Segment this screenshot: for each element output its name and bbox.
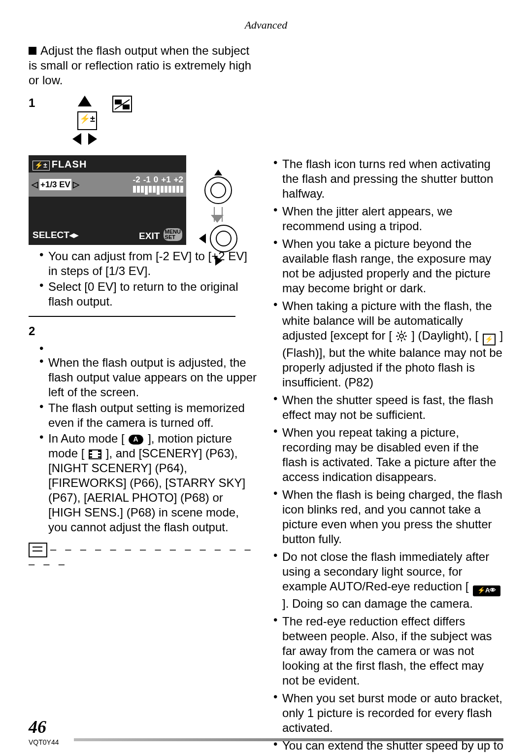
list-item: Do not close the flash immediately after… [273,550,503,611]
page-header: Advanced [29,19,503,32]
list-item: In Auto mode [ ], motion picture mode [ … [39,431,259,535]
dashed-divider: – – – – – – – – – – – – – – – – – [29,543,259,571]
list-item: Select [0 EV] to return to the original … [39,279,259,309]
lcd-exit-label: EXIT [139,231,160,241]
svg-rect-0 [115,100,122,104]
intro-paragraph: Adjust the flash output when the subject… [29,43,259,88]
svg-line-10 [398,339,399,340]
svg-point-3 [399,334,403,338]
list-item: When taking a picture with the flash, th… [273,299,503,390]
page-number: 46 [29,717,46,737]
step-number-2: 2 [29,324,39,339]
flash-wb-icon: ⚡ [483,334,496,345]
list-item [39,343,259,354]
scale-label: -2 [133,174,140,185]
list-item: When you repeat taking a picture, record… [273,425,503,484]
list-item: When you take a picture beyond the avail… [273,237,503,296]
down-arrow-icon [214,207,223,222]
step-number-1: 1 [29,96,39,110]
list-item: When you set burst mode or auto bracket,… [273,691,503,735]
lcd-title: FLASH [52,159,87,170]
daylight-icon [396,330,407,341]
section-square-icon [29,47,36,55]
svg-line-11 [404,332,405,334]
lcd-screen: ⚡±FLASH ◁ +1/3 EV ▷ -2 -1 0 +1 +2 [29,155,186,245]
scale-label: +2 [174,174,183,185]
auto-mode-icon [129,435,143,445]
list-item: When the flash is being charged, the fla… [273,487,503,547]
lcd-ev-value: +1/3 EV [39,179,71,190]
flash-plus-minus-icon: ⚡± [33,161,50,171]
scale-label: -1 [143,174,151,185]
svg-line-9 [404,339,405,340]
list-item: The flash icon turns red when activating… [273,157,503,201]
divider [29,316,235,317]
left-arrow-icon [72,133,81,145]
scale-label: +1 [161,174,170,185]
list-item: The red-eye reduction effect differs bet… [273,614,503,688]
right-column: The flash icon turns red when activating… [273,43,503,756]
footer-rule [74,738,503,741]
note-icon [29,543,47,557]
scale-label: 0 [154,174,158,185]
exposure-comp-icon [112,96,132,112]
list-item: When the shutter speed is fast, the flas… [273,393,503,422]
list-item: When the flash output is adjusted, the f… [39,355,259,400]
left-triangle-icon [199,234,206,243]
svg-rect-1 [123,104,130,109]
lcd-select-label: SELECT [33,230,69,240]
auto-redeye-icon: ⚡A👁 [473,585,500,596]
up-arrow-icon [78,96,92,106]
list-item: You can adjust from [-2 EV] to [+2 EV] i… [39,249,259,278]
flash-adjust-icon: ⚡± [77,111,97,130]
right-arrow-icon [88,133,97,145]
small-up-arrow-icon [214,170,222,175]
document-id: VQT0Y44 [29,738,59,746]
svg-line-8 [398,332,399,334]
list-item: The flash output setting is memorized ev… [39,401,259,430]
control-dial-icon [210,225,237,252]
menu-set-icon: MENUSET [164,228,182,241]
motion-picture-icon [89,449,101,459]
left-column: Adjust the flash output when the subject… [29,43,259,756]
intro-text: Adjust the flash output when the subject… [29,44,251,87]
list-item: When the jitter alert appears, we recomm… [273,204,503,234]
control-dial-icon [204,176,232,204]
